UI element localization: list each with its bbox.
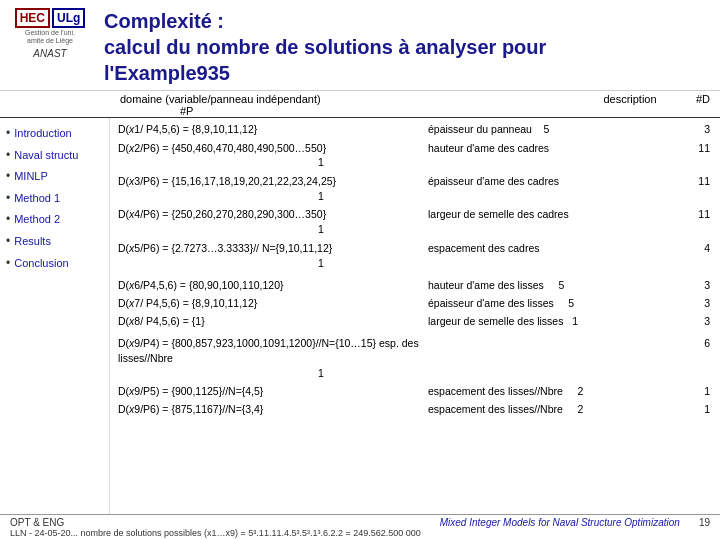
anast-label: ANAST <box>33 48 66 59</box>
table-row: D(x7/ P4,5,6) = {8,9,10,11,12} épaisseur… <box>118 296 710 311</box>
table-row: D(x9/P6) = {875,1167}//N={3,4} espacemen… <box>118 402 710 417</box>
bullet-icon: • <box>6 212 10 228</box>
table-header-row: domaine (variable/panneau indépendant) #… <box>0 91 720 118</box>
row-domain: D(x6/P4,5,6) = {80,90,100,110,120} <box>118 278 428 293</box>
row-domain: D(x9/P6) = {875,1167}//N={3,4} <box>118 402 428 417</box>
row-hashd: 1 <box>685 402 710 417</box>
footer-left: OPT & ENG LLN - 24-05-20... nombre de so… <box>10 517 421 538</box>
table-row: D(x9/P4) = {800,857,923,1000,1091,1200}/… <box>118 336 710 380</box>
footer-bottom-text: LLN - 24-05-20... nombre de solutions po… <box>10 528 421 538</box>
row-desc: épaisseur du panneau 5 <box>428 122 655 137</box>
table-row: D(x4/P6) = {250,260,270,280,290,300…350}… <box>118 207 710 236</box>
sidebar-item-method2[interactable]: • Method 2 <box>6 212 103 228</box>
row-desc: espacement des cadres <box>428 241 655 256</box>
row-hashd: 3 <box>685 278 710 293</box>
row-domain: D(x2/P6) = {450,460,470,480,490,500…550}… <box>118 141 428 170</box>
row-domain: D(x8/ P4,5,6) = {1} <box>118 314 428 329</box>
bullet-icon: • <box>6 256 10 272</box>
logo-sub-text: Gestion de l'uni.amite de Liège <box>25 29 75 46</box>
sidebar-item-minlp[interactable]: • MINLP <box>6 169 103 185</box>
title-line1: Complexité : <box>104 10 224 32</box>
logo-area: HEC ULg Gestion de l'uni.amite de Liège … <box>10 8 90 59</box>
row-desc: espacement des lisses//Nbre 2 <box>428 402 655 417</box>
sidebar-item-method1[interactable]: • Method 1 <box>6 191 103 207</box>
bullet-icon: • <box>6 234 10 250</box>
row-hashd: 11 <box>685 174 710 189</box>
sidebar-item-conclusion[interactable]: • Conclusion <box>6 256 103 272</box>
row-domain: D(x9/P4) = {800,857,923,1000,1091,1200}/… <box>118 336 428 380</box>
row-domain: D(x9/P5) = {900,1125}//N={4,5} <box>118 384 428 399</box>
sidebar-item-label: Conclusion <box>14 256 68 270</box>
row-desc: épaisseur d'ame des cadres <box>428 174 655 189</box>
sidebar-item-label: MINLP <box>14 169 48 183</box>
table-row: D(x5/P6) = {2.7273…3.3333}// N={9,10,11,… <box>118 241 710 270</box>
title-line2: calcul du nombre de solutions à analyser… <box>104 36 546 58</box>
sidebar-item-label: Introduction <box>14 126 71 140</box>
row-hashd: 11 <box>685 141 710 156</box>
row-desc: hauteur d'ame des lisses 5 <box>428 278 655 293</box>
row-hashd: 3 <box>685 314 710 329</box>
table-row: D(x8/ P4,5,6) = {1} largeur de semelle d… <box>118 314 710 329</box>
sidebar-item-label: Naval structu <box>14 148 78 162</box>
th-description: description <box>580 93 680 117</box>
footer-center: Mixed Integer Models for Naval Structure… <box>421 517 699 538</box>
sidebar-item-results[interactable]: • Results <box>6 234 103 250</box>
sidebar-item-label: Method 2 <box>14 212 60 226</box>
row-hashd: 4 <box>685 241 710 256</box>
bullet-icon: • <box>6 191 10 207</box>
main-table: D(x1/ P4,5,6) = {8,9,10,11,12} épaisseur… <box>110 118 720 540</box>
title-line3: l'Example935 <box>104 62 230 84</box>
domain-header: domaine (variable/panneau indépendant) <box>120 93 321 105</box>
row-desc: hauteur d'ame des cadres <box>428 141 655 156</box>
row-desc: épaisseur d'ame des lisses 5 <box>428 296 655 311</box>
row-domain: D(x3/P6) = {15,16,17,18,19,20,21,22,23,2… <box>118 174 428 203</box>
sidebar-item-naval[interactable]: • Naval structu <box>6 148 103 164</box>
footer: OPT & ENG LLN - 24-05-20... nombre de so… <box>0 514 720 540</box>
sidebar-item-introduction[interactable]: • Introduction <box>6 126 103 142</box>
row-domain: D(x1/ P4,5,6) = {8,9,10,11,12} <box>118 122 428 137</box>
ulg-logo: ULg <box>52 8 85 28</box>
bullet-icon: • <box>6 126 10 142</box>
row-hashd: 6 <box>685 336 710 351</box>
row-domain: D(x4/P6) = {250,260,270,280,290,300…350}… <box>118 207 428 236</box>
table-row: D(x6/P4,5,6) = {80,90,100,110,120} haute… <box>118 278 710 293</box>
bullet-icon: • <box>6 169 10 185</box>
sidebar: • Introduction • Naval structu • MINLP •… <box>0 118 110 540</box>
hec-logo: HEC <box>15 8 50 28</box>
row-hashd: 11 <box>685 207 710 222</box>
main-title: Complexité : calcul du nombre de solutio… <box>104 8 710 86</box>
footer-right: 19 <box>699 517 710 538</box>
th-domain: domaine (variable/panneau indépendant) #… <box>120 93 580 117</box>
content-area: • Introduction • Naval structu • MINLP •… <box>0 118 720 540</box>
th-hashd: #D <box>680 93 710 117</box>
row-domain: D(x5/P6) = {2.7273…3.3333}// N={9,10,11,… <box>118 241 428 270</box>
table-row: D(x3/P6) = {15,16,17,18,19,20,21,22,23,2… <box>118 174 710 203</box>
row-hashd: 3 <box>685 296 710 311</box>
table-row: D(x2/P6) = {450,460,470,480,490,500…550}… <box>118 141 710 170</box>
sidebar-item-label: Method 1 <box>14 191 60 205</box>
table-row: D(x9/P5) = {900,1125}//N={4,5} espacemen… <box>118 384 710 399</box>
row-hashd: 3 <box>685 122 710 137</box>
header: HEC ULg Gestion de l'uni.amite de Liège … <box>0 0 720 91</box>
hashp-header: #P <box>180 105 193 117</box>
title-area: Complexité : calcul du nombre de solutio… <box>104 8 710 86</box>
row-domain: D(x7/ P4,5,6) = {8,9,10,11,12} <box>118 296 428 311</box>
row-desc: largeur de semelle des lisses 1 <box>428 314 655 329</box>
row-desc: espacement des lisses//Nbre 2 <box>428 384 655 399</box>
sidebar-item-label: Results <box>14 234 51 248</box>
bullet-icon: • <box>6 148 10 164</box>
table-row: D(x1/ P4,5,6) = {8,9,10,11,12} épaisseur… <box>118 122 710 137</box>
row-hashd: 1 <box>685 384 710 399</box>
row-desc: largeur de semelle des cadres <box>428 207 655 222</box>
